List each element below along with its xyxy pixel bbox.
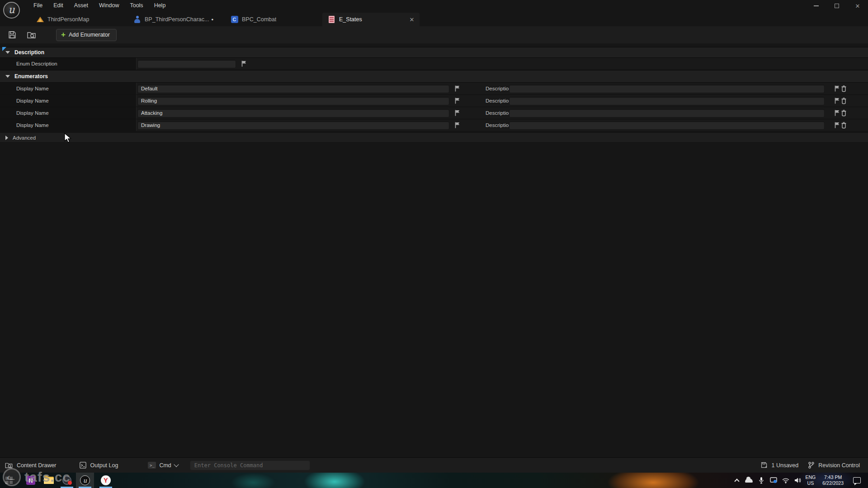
blueprint-character-icon [133,16,141,23]
clock[interactable]: 7:43 PM 6/22/2023 [822,474,844,486]
date: 6/22/2023 [822,480,844,486]
tab-bpc-combat[interactable]: C BPC_Combat [225,13,322,26]
localization-flag-icon[interactable] [834,122,840,129]
watermark: tafs.cc [3,468,71,486]
menu-asset[interactable]: Asset [69,0,94,10]
chevron-right-icon [5,136,8,140]
output-log-icon [79,461,87,469]
language-indicator[interactable]: ENG US [806,474,816,486]
section-title: Advanced [13,135,36,141]
status-bar: Content Drawer Output Log >_ Cmd 1 Unsav… [0,457,868,473]
volume-tray-icon[interactable] [793,475,802,485]
enumerator-row: Display Name Attacking Description [0,107,868,119]
tab-close-icon[interactable]: ✕ [408,15,416,23]
revision-control-button[interactable]: Revision Control [803,461,864,469]
find-in-content-browser-icon [27,30,36,39]
tray-expand-button[interactable] [732,475,741,485]
display-name-label: Display Name [0,107,137,119]
description-label: Description [486,110,512,116]
display-name-label: Display Name [0,119,137,131]
localization-flag-icon[interactable] [454,109,461,117]
unreal-engine-logo-icon: u [3,2,20,19]
section-advanced[interactable]: Advanced [0,132,868,143]
windows-taskbar: N u Y ENG US [0,473,868,488]
localization-flag-icon[interactable] [454,122,461,129]
language-line1: ENG [806,474,816,480]
delete-enumerator-button[interactable] [840,85,847,92]
restore-button[interactable] [826,0,847,12]
action-center-icon[interactable] [853,477,861,483]
add-enumerator-button[interactable]: + Add Enumerator [56,29,117,41]
localization-flag-icon[interactable] [834,85,840,92]
localization-flag-icon[interactable] [241,60,247,67]
tab-bp-thirdpersoncharacter[interactable]: BP_ThirdPersonCharac... • [128,13,225,26]
trash-icon [840,109,847,117]
asset-tab-bar: ThirdPersonMap BP_ThirdPersonCharac... •… [0,11,868,26]
taskbar-unreal-engine[interactable]: u [76,473,94,488]
tab-label: E_States [339,16,362,23]
description-input[interactable] [509,84,825,93]
localization-flag-icon[interactable] [454,85,461,92]
time: 7:43 PM [822,474,844,480]
watermark-logo-icon [3,468,21,486]
restore-icon [835,4,839,8]
menu-window[interactable]: Window [94,0,124,10]
display-name-input[interactable]: Default [137,84,449,93]
enum-details-panel: Description Enum Description Enumerators… [0,43,868,457]
display-name-input[interactable]: Rolling [137,97,449,105]
display-name-input[interactable]: Attacking [137,109,449,117]
unsaved-dot: • [211,16,213,23]
close-button[interactable]: ✕ [847,0,868,12]
description-input[interactable] [509,97,825,105]
console-command-input[interactable] [190,460,310,470]
browse-to-asset-button[interactable] [24,28,38,42]
trash-icon [840,97,847,104]
enum-description-row: Enum Description [0,58,868,70]
display-tray-icon[interactable] [769,475,778,485]
display-name-input[interactable]: Drawing [137,121,449,130]
delete-enumerator-button[interactable] [840,97,847,104]
description-input[interactable] [509,109,825,117]
enum-description-input[interactable] [137,60,236,68]
enum-description-label: Enum Description [0,58,137,70]
console-mode-selector[interactable]: >_ Cmd [144,458,181,473]
enumerator-row: Display Name Rolling Description [0,95,868,107]
microphone-tray-icon[interactable] [757,475,766,485]
menu-help[interactable]: Help [149,0,171,10]
localization-flag-icon[interactable] [834,97,840,104]
chevron-up-icon [734,479,739,483]
wifi-tray-icon[interactable] [781,475,790,485]
menu-edit[interactable]: Edit [48,0,69,10]
system-tray: ENG US 7:43 PM 6/22/2023 [732,474,868,486]
watermark-text: tafs.cc [24,469,71,485]
tab-label: ThirdPersonMap [47,16,89,23]
menu-tools[interactable]: Tools [124,0,148,10]
tab-e-states[interactable]: E_States ✕ [322,13,420,26]
minimize-button[interactable] [806,0,826,12]
chevron-down-icon [174,462,179,467]
section-enumerators[interactable]: Enumerators [0,70,868,83]
section-title: Description [14,49,44,56]
unsaved-label: 1 Unsaved [772,462,799,469]
onedrive-tray-icon[interactable] [745,475,754,485]
delete-enumerator-button[interactable] [840,122,847,129]
delete-enumerator-button[interactable] [840,109,847,117]
enumerator-row: Display Name Default Description [0,83,868,95]
unreal-editor-window: u File Edit Asset Window Tools Help ✕ Th… [0,0,868,488]
chevron-down-icon [5,51,10,54]
mouse-cursor [64,133,72,144]
save-icon [8,30,17,39]
save-button[interactable] [5,28,19,42]
taskbar-yandex-browser[interactable]: Y [97,473,115,488]
chevron-down-icon [5,75,10,78]
localization-flag-icon[interactable] [454,97,461,104]
revision-control-icon [807,461,815,469]
localization-flag-icon[interactable] [834,109,840,117]
section-description[interactable]: Description [0,47,868,58]
description-input[interactable] [509,121,825,130]
tab-thirdpersonmap[interactable]: ThirdPersonMap [31,13,128,26]
minimize-icon [814,5,819,6]
unsaved-assets-button[interactable]: 1 Unsaved [756,461,803,469]
menu-file[interactable]: File [28,0,48,10]
output-log-button[interactable]: Output Log [75,458,123,473]
